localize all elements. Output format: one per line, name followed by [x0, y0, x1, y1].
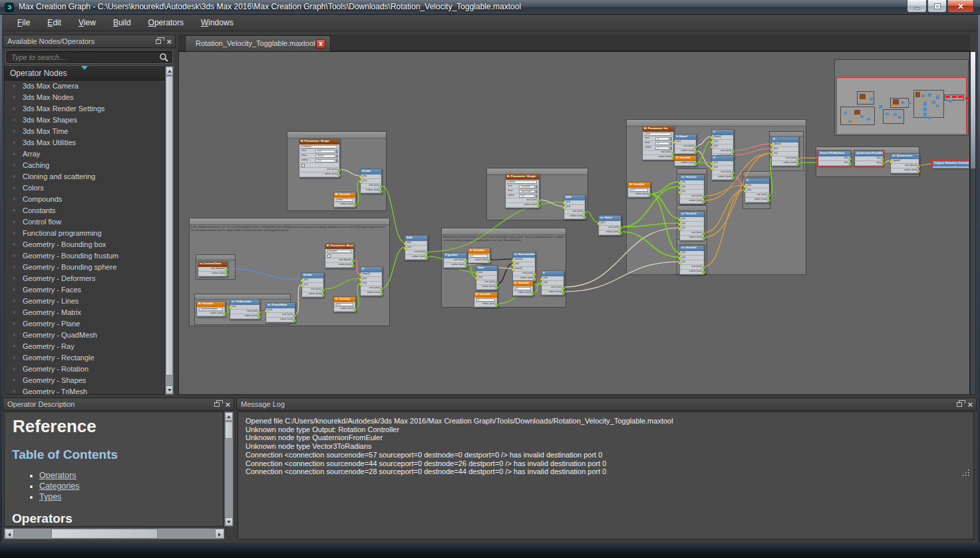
tree-item[interactable]: Geometry - Bounding sphere: [5, 262, 164, 273]
spinner[interactable]: [536, 185, 538, 188]
expand-icon[interactable]: [13, 242, 16, 246]
expand-icon[interactable]: [13, 197, 16, 201]
output-port[interactable]: [258, 316, 261, 318]
graph-node[interactable]: m: Vector3(x)(y)(z)out (out)value (out): [679, 245, 705, 275]
search-icon[interactable]: [159, 53, 169, 65]
tree-item[interactable]: Geometry - Deformers: [5, 273, 164, 284]
close-button[interactable]: ✕: [947, 0, 974, 13]
output-port[interactable]: [917, 170, 920, 172]
expand-icon[interactable]: [13, 84, 16, 88]
tree-item[interactable]: Array: [5, 148, 164, 160]
input-port[interactable]: [229, 306, 232, 309]
graph-node[interactable]: B: Parameter: Singleoffsetmin0.00000max1…: [505, 174, 540, 208]
input-port[interactable]: [301, 280, 303, 282]
graph-node[interactable]: B: VariableTicksPerFramevalue (out): [196, 301, 226, 317]
toc-link-categories[interactable]: Categories: [39, 481, 79, 491]
graph-node[interactable]: If(in)(in)out (out)value (out): [744, 178, 770, 203]
spinner[interactable]: [670, 137, 672, 140]
input-port[interactable]: [711, 162, 713, 165]
input-port[interactable]: [679, 186, 681, 189]
value-field[interactable]: TicksPerFrame: [199, 308, 223, 311]
output-port[interactable]: [381, 292, 383, 295]
graph-node[interactable]: Divide(in)(in)out (out)value (out): [360, 168, 382, 194]
operator-nodes-dropdown[interactable]: Operator Nodes: [4, 65, 165, 81]
tree-item[interactable]: Geometry - Matrix: [5, 307, 164, 318]
output-port[interactable]: [496, 282, 498, 284]
output-port[interactable]: [354, 204, 357, 206]
input-port[interactable]: [744, 185, 746, 188]
float-panel-icon[interactable]: [156, 39, 161, 44]
graph-node[interactable]: m: Accumulate(state)(in)(next)out (out)v…: [512, 252, 536, 282]
node-row-field[interactable]: axis: [643, 132, 673, 137]
value-field[interactable]: axis: [645, 133, 671, 136]
tree-item[interactable]: Geometry - Bounding box: [5, 239, 164, 250]
available-nodes-panel-header[interactable]: Available Nodes/Operators ×: [3, 35, 176, 48]
graph-node[interactable]: If greaterout (out)value (out): [443, 252, 467, 268]
expand-icon[interactable]: [13, 299, 16, 303]
input-port[interactable]: [673, 141, 676, 144]
value-field[interactable]: 3: [655, 142, 669, 145]
node-row-field[interactable]: 0.0: [335, 302, 355, 307]
input-port[interactable]: [770, 144, 773, 146]
input-port[interactable]: [679, 228, 681, 230]
output-port[interactable]: [426, 256, 428, 259]
expand-icon[interactable]: [13, 163, 16, 167]
output-port[interactable]: [849, 158, 852, 160]
spinner[interactable]: [536, 190, 538, 193]
expand-icon[interactable]: [13, 322, 16, 326]
input-port[interactable]: [563, 202, 566, 204]
expand-icon[interactable]: [13, 344, 16, 348]
graph-node[interactable]: If(in)(in)out (out)value (out): [541, 270, 564, 296]
graph-node[interactable]: B: Parameter: Singlevelocitymin0.0max100…: [299, 139, 340, 178]
node-row-field[interactable]: 0.0: [629, 188, 649, 192]
tree-item[interactable]: Geometry - Shapes: [5, 375, 164, 386]
output-port[interactable]: [917, 165, 920, 168]
output-port[interactable]: [619, 227, 622, 230]
checkbox[interactable]: [327, 254, 331, 258]
tree-item[interactable]: Geometry - Plane: [5, 318, 164, 330]
value-field[interactable]: 0.0: [315, 150, 335, 153]
node-row-kv[interactable]: value2: [643, 146, 673, 150]
output-port[interactable]: [797, 162, 800, 165]
graph-node[interactable]: S: Variable0value (out): [468, 248, 490, 264]
menu-edit[interactable]: Edit: [39, 15, 70, 31]
graph-node[interactable]: Gate(in)(in)out (out)value (out): [476, 265, 498, 290]
graph-node[interactable]: B: Variable4800value (out): [333, 192, 356, 208]
node-row-field[interactable]: rotation: [326, 249, 353, 254]
output-port[interactable]: [695, 162, 697, 165]
expand-icon[interactable]: [13, 390, 16, 394]
expand-icon[interactable]: [13, 95, 16, 99]
menu-file[interactable]: File: [9, 15, 39, 31]
output-port[interactable]: [352, 264, 355, 267]
value-field[interactable]: 0.0: [630, 188, 648, 192]
tab-close-icon[interactable]: x: [316, 39, 325, 49]
scroll-up-button[interactable]: [166, 67, 173, 75]
node-row-field[interactable]: TicksPerFrame: [198, 307, 224, 312]
expand-icon[interactable]: [13, 310, 16, 314]
spinner[interactable]: [536, 194, 538, 198]
scroll-down-button[interactable]: [166, 386, 173, 394]
description-hscrollbar[interactable]: [4, 528, 224, 539]
input-port[interactable]: [512, 268, 514, 271]
output-port[interactable]: [732, 176, 735, 179]
node-row-kv[interactable]: value1.0: [300, 158, 339, 163]
node-row-kv[interactable]: min0: [643, 137, 673, 141]
output-port[interactable]: [703, 266, 705, 269]
output-port[interactable]: [496, 286, 498, 289]
tree-item[interactable]: Geometry - Rectangle: [5, 352, 164, 364]
tree-item[interactable]: 3ds Max Shapes: [5, 115, 164, 126]
output-port[interactable]: [465, 264, 468, 267]
value-field[interactable]: 4800: [336, 198, 353, 202]
tree-item[interactable]: Geometry - Lines: [5, 296, 164, 307]
output-port[interactable]: [338, 174, 341, 176]
input-port[interactable]: [679, 262, 681, 264]
expand-icon[interactable]: [13, 378, 16, 382]
operator-description-header[interactable]: Operator Description ×: [3, 398, 234, 411]
graph-node[interactable]: If(bool)(in)(in)out (out)value (out): [360, 266, 383, 296]
input-port[interactable]: [540, 282, 543, 285]
input-port[interactable]: [512, 264, 514, 266]
scroll-left-button[interactable]: [5, 529, 14, 539]
node-row-chk[interactable]: [300, 163, 339, 168]
output-port[interactable]: [695, 146, 697, 148]
tree-item[interactable]: 3ds Max Nodes: [5, 92, 164, 103]
